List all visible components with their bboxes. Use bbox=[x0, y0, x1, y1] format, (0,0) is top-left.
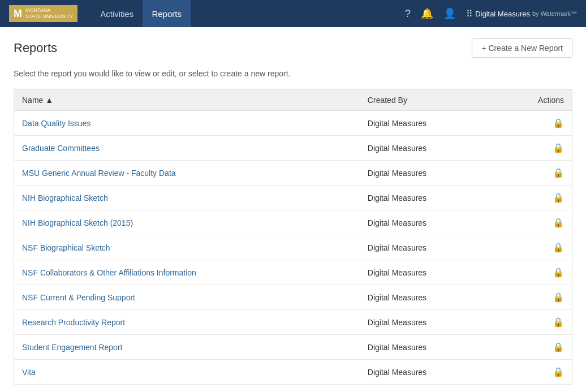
col-header-actions: Actions bbox=[495, 90, 572, 111]
report-name-cell: Graduate Committees bbox=[14, 136, 360, 161]
page-title: Reports bbox=[14, 41, 57, 55]
brand-suffix: by Watermark™ bbox=[532, 10, 577, 17]
report-name-link[interactable]: Student Engagement Report bbox=[22, 343, 122, 352]
lock-icon: 🔒 bbox=[553, 243, 564, 252]
brand-name: Digital Measures bbox=[475, 10, 530, 18]
report-created-by-cell: Digital Measures bbox=[360, 235, 495, 260]
report-actions-cell: 🔒 bbox=[495, 285, 572, 310]
report-actions-cell: 🔒 bbox=[495, 136, 572, 161]
report-name-cell: NIH Biographical Sketch bbox=[14, 186, 360, 210]
report-actions-cell: 🔒 bbox=[495, 111, 572, 136]
lock-icon: 🔒 bbox=[553, 342, 564, 352]
report-name-cell: NSF Biographical Sketch bbox=[14, 235, 360, 260]
table-header-row: Name ▲ Created By Actions bbox=[14, 90, 572, 111]
table-row: Graduate CommitteesDigital Measures🔒 bbox=[14, 136, 572, 161]
report-created-by-cell: Digital Measures bbox=[360, 260, 495, 285]
table-row: NIH Biographical Sketch (2015)Digital Me… bbox=[14, 210, 572, 235]
page-header: Reports + Create a New Report bbox=[14, 38, 572, 58]
logo-box: M MONTANA STATE UNIVERSITY bbox=[9, 5, 77, 22]
report-actions-cell: 🔒 bbox=[495, 210, 572, 235]
notifications-icon[interactable]: 🔔 bbox=[421, 7, 433, 20]
logo-university-text: MONTANA STATE UNIVERSITY bbox=[25, 7, 73, 20]
report-name-cell: Student Engagement Report bbox=[14, 335, 360, 360]
logo[interactable]: M MONTANA STATE UNIVERSITY bbox=[9, 5, 77, 22]
report-name-cell: Vita bbox=[14, 360, 360, 385]
lock-icon: 🔒 bbox=[553, 317, 564, 327]
report-name-link[interactable]: Vita bbox=[22, 368, 36, 377]
nav-right: ? 🔔 👤 ⠿ Digital Measures by Watermark™ bbox=[405, 7, 577, 20]
report-actions-cell: 🔒 bbox=[495, 335, 572, 360]
table-row: NSF Collaborators & Other Affiliations I… bbox=[14, 260, 572, 285]
lock-icon: 🔒 bbox=[553, 268, 564, 277]
lock-icon: 🔒 bbox=[553, 118, 564, 128]
report-created-by-cell: Digital Measures bbox=[360, 111, 495, 136]
report-name-cell: Data Quality Issues bbox=[14, 111, 360, 136]
report-name-link[interactable]: Graduate Committees bbox=[22, 144, 100, 153]
report-created-by-cell: Digital Measures bbox=[360, 285, 495, 310]
col-header-name[interactable]: Name ▲ bbox=[14, 90, 360, 111]
report-name-link[interactable]: NIH Biographical Sketch (2015) bbox=[22, 218, 133, 227]
report-created-by-cell: Digital Measures bbox=[360, 136, 495, 161]
brand: ⠿ Digital Measures by Watermark™ bbox=[466, 8, 577, 19]
table-row: Research Productivity ReportDigital Meas… bbox=[14, 310, 572, 335]
report-name-link[interactable]: NSF Current & Pending Support bbox=[22, 293, 135, 302]
nav-links: Activities Reports bbox=[91, 0, 405, 27]
main-content: Reports + Create a New Report Select the… bbox=[0, 27, 586, 392]
report-actions-cell: 🔒 bbox=[495, 260, 572, 285]
logo-letter: M bbox=[14, 8, 22, 20]
col-header-created-by: Created By bbox=[360, 90, 495, 111]
report-name-cell: NSF Collaborators & Other Affiliations I… bbox=[14, 260, 360, 285]
reports-table: Name ▲ Created By Actions Data Quality I… bbox=[14, 89, 572, 385]
report-name-link[interactable]: NSF Biographical Sketch bbox=[22, 243, 110, 252]
lock-icon: 🔒 bbox=[553, 193, 564, 203]
report-created-by-cell: Digital Measures bbox=[360, 360, 495, 385]
logo-line1: MONTANA bbox=[25, 7, 73, 14]
report-actions-cell: 🔒 bbox=[495, 235, 572, 260]
report-name-link[interactable]: NSF Collaborators & Other Affiliations I… bbox=[22, 268, 196, 277]
lock-icon: 🔒 bbox=[553, 292, 564, 302]
report-created-by-cell: Digital Measures bbox=[360, 335, 495, 360]
report-actions-cell: 🔒 bbox=[495, 161, 572, 186]
report-name-cell: NIH Biographical Sketch (2015) bbox=[14, 210, 360, 235]
lock-icon: 🔒 bbox=[553, 168, 564, 178]
report-created-by-cell: Digital Measures bbox=[360, 186, 495, 210]
table-row: NIH Biographical SketchDigital Measures🔒 bbox=[14, 186, 572, 210]
nav-reports[interactable]: Reports bbox=[143, 0, 191, 27]
lock-icon: 🔒 bbox=[553, 218, 564, 227]
lock-icon: 🔒 bbox=[553, 143, 564, 153]
dm-logo-icon: ⠿ bbox=[466, 8, 473, 19]
report-name-link[interactable]: NIH Biographical Sketch bbox=[22, 193, 108, 203]
report-actions-cell: 🔒 bbox=[495, 310, 572, 335]
table-row: MSU Generic Annual Review - Faculty Data… bbox=[14, 161, 572, 186]
table-row: VitaDigital Measures🔒 bbox=[14, 360, 572, 385]
table-row: NSF Biographical SketchDigital Measures🔒 bbox=[14, 235, 572, 260]
report-name-link[interactable]: MSU Generic Annual Review - Faculty Data bbox=[22, 169, 176, 178]
report-created-by-cell: Digital Measures bbox=[360, 161, 495, 186]
logo-line2: STATE UNIVERSITY bbox=[25, 14, 73, 20]
report-name-cell: NSF Current & Pending Support bbox=[14, 285, 360, 310]
report-created-by-cell: Digital Measures bbox=[360, 310, 495, 335]
report-created-by-cell: Digital Measures bbox=[360, 210, 495, 235]
user-icon[interactable]: 👤 bbox=[443, 7, 456, 20]
table-row: Data Quality IssuesDigital Measures🔒 bbox=[14, 111, 572, 136]
help-icon[interactable]: ? bbox=[405, 8, 411, 20]
nav-activities[interactable]: Activities bbox=[91, 0, 143, 27]
report-actions-cell: 🔒 bbox=[495, 186, 572, 210]
create-new-report-button[interactable]: + Create a New Report bbox=[472, 38, 572, 58]
report-name-link[interactable]: Research Productivity Report bbox=[22, 318, 125, 327]
report-name-cell: MSU Generic Annual Review - Faculty Data bbox=[14, 161, 360, 186]
lock-icon: 🔒 bbox=[553, 367, 564, 377]
report-name-link[interactable]: Data Quality Issues bbox=[22, 119, 91, 128]
table-row: Student Engagement ReportDigital Measure… bbox=[14, 335, 572, 360]
navbar: M MONTANA STATE UNIVERSITY Activities Re… bbox=[0, 0, 586, 27]
report-name-cell: Research Productivity Report bbox=[14, 310, 360, 335]
report-actions-cell: 🔒 bbox=[495, 360, 572, 385]
table-row: NSF Current & Pending SupportDigital Mea… bbox=[14, 285, 572, 310]
page-subtitle: Select the report you would like to view… bbox=[14, 69, 572, 78]
